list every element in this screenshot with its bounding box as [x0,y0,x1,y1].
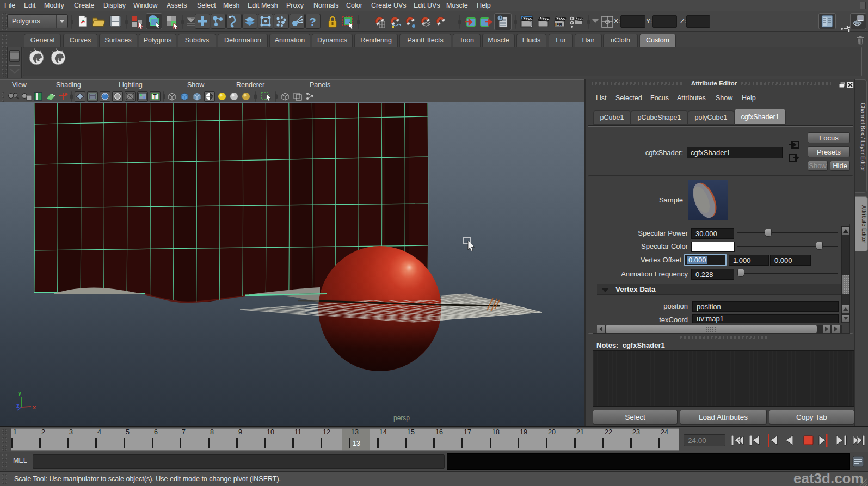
svg-text:T: T [153,93,157,100]
svg-text:?: ? [309,15,316,28]
svg-text:persp: persp [393,414,410,422]
svg-text:x: x [33,404,36,410]
svg-text:IPR: IPR [555,22,563,27]
svg-text:y: y [18,390,22,396]
svg-text:z: z [16,402,20,409]
